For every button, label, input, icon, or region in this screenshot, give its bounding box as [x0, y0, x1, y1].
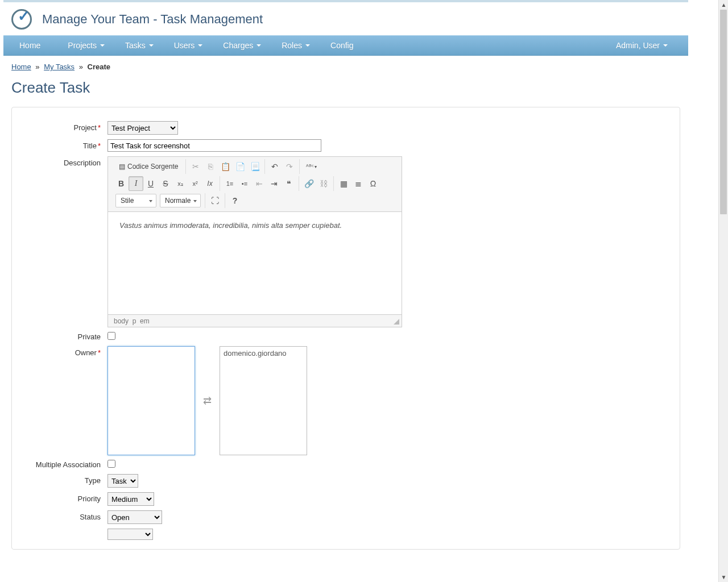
spellcheck-button[interactable]: ᴬᴮᶜ▾ [302, 159, 320, 174]
page-scrollbar[interactable]: ▲ ▼ [718, 0, 728, 550]
source-icon: ▤ [119, 163, 125, 171]
nav-user-menu[interactable]: Admin, User [606, 41, 678, 50]
style-select[interactable]: Stile [115, 194, 156, 207]
paste-icon: 📋 [221, 162, 230, 171]
superscript-icon: x² [192, 180, 197, 187]
copy-icon: ⎘ [208, 162, 213, 171]
scroll-up-arrow[interactable]: ▲ [719, 0, 728, 10]
maximize-icon: ⛶ [211, 196, 219, 205]
table-icon: ▦ [340, 179, 348, 188]
link-button[interactable]: 🔗 [301, 176, 316, 191]
breadcrumb-mytasks[interactable]: My Tasks [44, 63, 75, 71]
owner-selected-listbox[interactable]: domenico.giordano [220, 346, 307, 455]
hr-button[interactable]: ≣ [351, 176, 366, 191]
chevron-down-icon [257, 44, 261, 47]
indent-icon: ⇥ [271, 179, 278, 188]
editor-footer: body p em [108, 314, 402, 327]
create-task-form: Project* Test Project Title* Description [11, 107, 680, 550]
type-select[interactable]: Task [107, 474, 138, 488]
nav-roles[interactable]: Roles [271, 41, 320, 50]
redo-icon: ↷ [286, 162, 293, 171]
page-title: Create Task [3, 74, 688, 107]
unordered-list-button[interactable]: •≡ [237, 176, 252, 191]
app-logo-icon [11, 9, 32, 30]
paste-word-icon: 📃 [250, 162, 260, 171]
chevron-down-icon [198, 44, 202, 47]
project-label: Project* [12, 121, 107, 132]
copy-button[interactable]: ⎘ [203, 159, 218, 174]
nav-config[interactable]: Config [320, 41, 363, 50]
hr-icon: ≣ [355, 179, 362, 188]
nav-tasks[interactable]: Tasks [115, 41, 164, 50]
priority-select[interactable]: Medium [107, 492, 154, 506]
bold-button[interactable]: B [114, 176, 129, 191]
link-icon: 🔗 [304, 179, 314, 188]
app-header: Manage Your Team - Task Management [3, 2, 688, 35]
partial-label [12, 529, 107, 531]
strike-button[interactable]: S [158, 176, 173, 191]
partial-select[interactable] [107, 529, 153, 540]
ordered-list-button[interactable]: 1≡ [222, 176, 237, 191]
undo-icon: ↶ [271, 162, 278, 171]
remove-format-icon: Ix [207, 180, 212, 188]
paste-word-button[interactable]: 📃 [247, 159, 262, 174]
owner-label: Owner* [12, 346, 107, 357]
status-select[interactable]: Open [107, 510, 162, 524]
rich-text-editor: ▤Codice Sorgente ✂ ⎘ 📋 📄 📃 ↶ [107, 156, 402, 327]
indent-button[interactable]: ⇥ [267, 176, 282, 191]
undo-button[interactable]: ↶ [267, 159, 282, 174]
remove-format-button[interactable]: Ix [202, 176, 217, 191]
superscript-button[interactable]: x² [188, 176, 202, 191]
paste-text-button[interactable]: 📄 [233, 159, 247, 174]
nav-projects[interactable]: Projects [57, 41, 115, 50]
unlink-button[interactable]: ⛓ [316, 176, 331, 191]
help-button[interactable]: ? [228, 193, 242, 208]
table-button[interactable]: ▦ [336, 176, 351, 191]
scroll-thumb[interactable] [720, 10, 727, 214]
title-input[interactable] [107, 139, 321, 152]
priority-label: Priority [12, 492, 107, 503]
title-label: Title* [12, 139, 107, 150]
nav-users[interactable]: Users [164, 41, 213, 50]
chevron-down-icon [663, 44, 668, 47]
quote-icon: ❝ [287, 179, 291, 188]
path-em[interactable]: em [140, 317, 150, 325]
unlink-icon: ⛓ [320, 179, 328, 188]
breadcrumb-current: Create [88, 63, 110, 71]
multiple-association-checkbox[interactable] [107, 460, 115, 468]
redo-button[interactable]: ↷ [282, 159, 297, 174]
chevron-down-icon [149, 44, 154, 47]
outdent-button[interactable]: ⇤ [252, 176, 267, 191]
italic-icon: I [135, 179, 138, 188]
resize-handle-icon[interactable] [394, 319, 399, 325]
path-body[interactable]: body [114, 317, 129, 325]
nav-home[interactable]: Home [8, 41, 57, 50]
swap-icon[interactable]: ⇄ [203, 394, 212, 407]
underline-icon: U [148, 179, 154, 188]
omega-icon: Ω [370, 179, 376, 188]
paste-text-icon: 📄 [235, 162, 245, 171]
editor-content[interactable]: Vastus animus immoderata, incredibilia, … [108, 212, 402, 314]
special-char-button[interactable]: Ω [366, 176, 380, 191]
private-checkbox[interactable] [107, 332, 115, 340]
list-item[interactable]: domenico.giordano [224, 349, 303, 357]
paste-button[interactable]: 📋 [218, 159, 233, 174]
type-label: Type [12, 474, 107, 485]
project-select[interactable]: Test Project [107, 121, 178, 135]
blockquote-button[interactable]: ❝ [282, 176, 296, 191]
italic-button[interactable]: I [129, 176, 143, 191]
owner-available-listbox[interactable] [107, 346, 195, 455]
subscript-button[interactable]: x₂ [173, 176, 188, 191]
breadcrumb: Home » My Tasks » Create [3, 56, 688, 74]
format-select[interactable]: Normale [160, 194, 201, 207]
breadcrumb-home[interactable]: Home [11, 63, 31, 71]
status-label: Status [12, 510, 107, 521]
path-p[interactable]: p [133, 317, 136, 325]
nav-charges[interactable]: Charges [213, 41, 271, 50]
cut-icon: ✂ [192, 162, 199, 171]
source-button[interactable]: ▤Codice Sorgente [114, 159, 183, 174]
cut-button[interactable]: ✂ [188, 159, 203, 174]
underline-button[interactable]: U [143, 176, 158, 191]
maximize-button[interactable]: ⛶ [208, 193, 222, 208]
chevron-down-icon [100, 44, 105, 47]
